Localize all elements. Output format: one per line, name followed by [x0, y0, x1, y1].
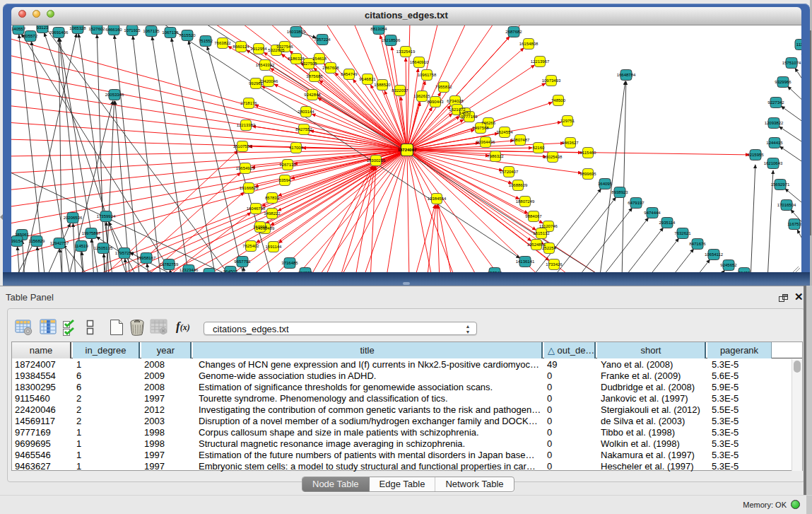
svg-text:3875685: 3875685: [306, 74, 323, 78]
svg-text:19975867: 19975867: [82, 231, 101, 235]
svg-text:10973493: 10973493: [542, 78, 561, 83]
svg-text:12505135: 12505135: [94, 246, 113, 250]
svg-text:16154808: 16154808: [519, 42, 539, 46]
svg-text:17359924: 17359924: [97, 214, 116, 218]
svg-text:9327505: 9327505: [300, 62, 317, 66]
svg-text:19958167: 19958167: [137, 256, 156, 260]
svg-text:1156829: 1156829: [29, 239, 46, 243]
svg-text:8471676: 8471676: [689, 242, 706, 246]
svg-text:154618: 154618: [312, 57, 327, 61]
svg-text:16107553: 16107553: [233, 144, 252, 148]
svg-text:140557: 140557: [11, 27, 26, 31]
svg-text:857833: 857833: [265, 196, 280, 200]
svg-text:1065328: 1065328: [69, 26, 86, 30]
svg-text:14136141: 14136141: [516, 259, 535, 264]
svg-text:11120746: 11120746: [539, 224, 558, 228]
svg-text:2687682: 2687682: [505, 30, 522, 34]
svg-text:16782759: 16782759: [160, 262, 179, 267]
svg-text:18807249: 18807249: [516, 199, 535, 204]
svg-text:15692971: 15692971: [771, 182, 790, 187]
svg-text:18640910: 18640910: [410, 60, 429, 64]
svg-text:19166825: 19166825: [240, 186, 259, 190]
svg-text:8427552: 8427552: [295, 127, 312, 132]
svg-text:8454749: 8454749: [341, 72, 358, 76]
svg-text:3215955: 3215955: [747, 153, 764, 157]
svg-text:2935114: 2935114: [659, 221, 676, 225]
svg-text:1527602: 1527602: [88, 27, 105, 31]
svg-text:9884067: 9884067: [525, 214, 542, 218]
svg-text:10961758: 10961758: [418, 73, 437, 77]
svg-text:1071915: 1071915: [124, 28, 141, 33]
svg-text:1588520: 1588520: [374, 83, 391, 87]
svg-text:7632621: 7632621: [674, 231, 691, 235]
svg-text:252254: 252254: [542, 246, 557, 250]
svg-text:16046798: 16046798: [247, 206, 266, 211]
svg-text:19384554: 19384554: [428, 197, 447, 201]
svg-text:53594: 53594: [279, 178, 291, 182]
svg-text:17957253: 17957253: [115, 251, 134, 255]
svg-text:19218506: 19218506: [382, 38, 401, 42]
svg-text:8990443: 8990443: [427, 100, 444, 104]
svg-text:8938923: 8938923: [611, 190, 628, 194]
svg-text:3624554: 3624554: [496, 130, 513, 134]
svg-text:114519: 114519: [74, 244, 88, 248]
svg-text:164095: 164095: [598, 182, 613, 186]
svg-text:1615132: 1615132: [533, 231, 550, 235]
svg-text:17016504: 17016504: [777, 203, 796, 207]
svg-text:9463627: 9463627: [562, 141, 579, 145]
svg-text:1244415: 1244415: [766, 141, 783, 145]
svg-text:1691144: 1691144: [266, 245, 283, 249]
svg-text:7515520: 7515520: [179, 33, 196, 37]
svg-text:2803144: 2803144: [298, 110, 314, 114]
svg-text:9657791: 9657791: [234, 259, 251, 264]
svg-text:2718176: 2718176: [240, 101, 257, 105]
svg-text:185061: 185061: [15, 233, 30, 237]
svg-text:16210643: 16210643: [764, 161, 783, 165]
svg-text:6497568: 6497568: [472, 126, 489, 130]
svg-text:1067135: 1067135: [162, 30, 179, 35]
svg-text:160994: 160994: [253, 225, 268, 229]
svg-text:18724007: 18724007: [398, 148, 417, 152]
svg-text:6466160: 6466160: [105, 28, 122, 32]
svg-text:15751074: 15751074: [782, 61, 801, 65]
svg-text:8813054: 8813054: [370, 27, 387, 31]
svg-text:9899695: 9899695: [579, 172, 596, 176]
svg-text:62160: 62160: [533, 146, 545, 150]
svg-text:12942757: 12942757: [50, 241, 69, 245]
svg-text:20206536: 20206536: [64, 216, 83, 220]
svg-text:7663822: 7663822: [214, 41, 231, 45]
svg-text:2867608: 2867608: [322, 66, 339, 70]
svg-text:1362615: 1362615: [413, 94, 430, 98]
svg-text:8186328: 8186328: [288, 57, 305, 61]
svg-text:748500: 748500: [551, 98, 566, 103]
svg-text:9245652: 9245652: [720, 263, 737, 267]
svg-text:129751: 129751: [560, 119, 575, 123]
svg-text:9115460: 9115460: [580, 151, 597, 155]
svg-text:8322037: 8322037: [392, 88, 408, 93]
svg-text:10807487: 10807487: [511, 138, 530, 142]
svg-text:39154: 39154: [11, 239, 23, 243]
svg-text:9242848: 9242848: [304, 93, 321, 97]
svg-text:9329966: 9329966: [775, 80, 792, 84]
svg-text:7986322: 7986322: [487, 154, 504, 158]
svg-text:7625402: 7625402: [242, 244, 259, 248]
svg-text:3267130: 3267130: [279, 163, 296, 167]
svg-text:116753: 116753: [787, 222, 801, 226]
svg-text:7955812: 7955812: [435, 85, 452, 89]
svg-text:9777169: 9777169: [461, 115, 478, 119]
svg-text:3912954: 3912954: [250, 47, 267, 51]
svg-text:1112: 1112: [796, 42, 801, 47]
svg-text:12213967: 12213967: [531, 59, 550, 64]
svg-text:12093822: 12093822: [765, 121, 784, 125]
svg-text:1733426: 1733426: [546, 262, 563, 267]
svg-text:20691406: 20691406: [49, 30, 69, 35]
svg-text:9474444: 9474444: [644, 211, 661, 215]
svg-text:751552: 751552: [199, 39, 213, 43]
svg-text:205572: 205572: [23, 34, 38, 38]
svg-text:9146821: 9146821: [359, 77, 376, 81]
svg-text:3498222: 3498222: [264, 211, 281, 216]
svg-text:18300295: 18300295: [367, 158, 386, 163]
svg-text:10025438: 10025438: [543, 155, 563, 159]
svg-text:417004: 417004: [289, 146, 304, 150]
svg-text:10654112: 10654112: [705, 252, 724, 257]
